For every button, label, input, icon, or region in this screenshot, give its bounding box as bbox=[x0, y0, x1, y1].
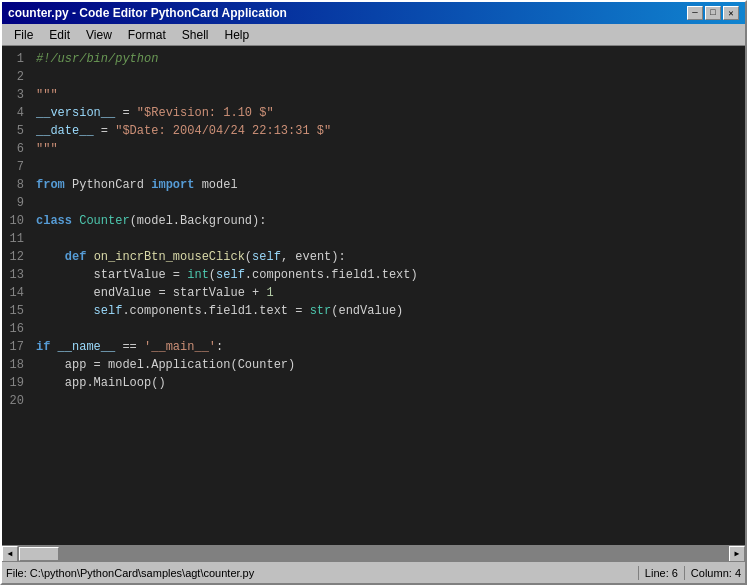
line-number: 7 bbox=[2, 158, 32, 176]
line-content: __version__ = "$Revision: 1.10 $" bbox=[32, 104, 274, 122]
line-number: 8 bbox=[2, 176, 32, 194]
line-content: app = model.Application(Counter) bbox=[32, 356, 295, 374]
table-row: 18 app = model.Application(Counter) bbox=[2, 356, 745, 374]
horizontal-scrollbar[interactable]: ◀ ▶ bbox=[2, 545, 745, 561]
table-row: 17 if __name__ == '__main__': bbox=[2, 338, 745, 356]
minimize-button[interactable]: ─ bbox=[687, 6, 703, 20]
line-number: 11 bbox=[2, 230, 32, 248]
line-content bbox=[32, 392, 36, 410]
line-content bbox=[32, 194, 36, 212]
table-row: 13 startValue = int(self.components.fiel… bbox=[2, 266, 745, 284]
status-divider-2 bbox=[684, 566, 685, 580]
scroll-thumb[interactable] bbox=[19, 547, 59, 561]
table-row: 1 #!/usr/bin/python bbox=[2, 50, 745, 68]
editor-area[interactable]: 1 #!/usr/bin/python 2 3 """ 4 __version_… bbox=[2, 46, 745, 561]
table-row: 20 bbox=[2, 392, 745, 410]
table-row: 5 __date__ = "$Date: 2004/04/24 22:13:31… bbox=[2, 122, 745, 140]
title-bar: counter.py - Code Editor PythonCard Appl… bbox=[2, 2, 745, 24]
menu-edit[interactable]: Edit bbox=[41, 24, 78, 45]
line-number: 1 bbox=[2, 50, 32, 68]
line-content: """ bbox=[32, 86, 58, 104]
line-content bbox=[32, 158, 36, 176]
line-number: 6 bbox=[2, 140, 32, 158]
menu-shell[interactable]: Shell bbox=[174, 24, 217, 45]
table-row: 4 __version__ = "$Revision: 1.10 $" bbox=[2, 104, 745, 122]
window-title: counter.py - Code Editor PythonCard Appl… bbox=[8, 6, 287, 20]
scroll-track[interactable] bbox=[18, 546, 729, 562]
line-content: from PythonCard import model bbox=[32, 176, 238, 194]
menu-bar: File Edit View Format Shell Help bbox=[2, 24, 745, 46]
line-number: 14 bbox=[2, 284, 32, 302]
line-content: self.components.field1.text = str(endVal… bbox=[32, 302, 403, 320]
table-row: 8 from PythonCard import model bbox=[2, 176, 745, 194]
line-content bbox=[32, 320, 36, 338]
menu-file[interactable]: File bbox=[6, 24, 41, 45]
menu-help[interactable]: Help bbox=[217, 24, 258, 45]
table-row: 6 """ bbox=[2, 140, 745, 158]
table-row: 16 bbox=[2, 320, 745, 338]
line-number: 3 bbox=[2, 86, 32, 104]
table-row: 10 class Counter(model.Background): bbox=[2, 212, 745, 230]
table-row: 11 bbox=[2, 230, 745, 248]
scroll-right-button[interactable]: ▶ bbox=[729, 546, 745, 562]
line-content: if __name__ == '__main__': bbox=[32, 338, 223, 356]
line-number: 17 bbox=[2, 338, 32, 356]
line-number: 16 bbox=[2, 320, 32, 338]
line-number: 19 bbox=[2, 374, 32, 392]
line-number: 13 bbox=[2, 266, 32, 284]
status-divider bbox=[638, 566, 639, 580]
table-row: 9 bbox=[2, 194, 745, 212]
line-content: def on_incrBtn_mouseClick(self, event): bbox=[32, 248, 346, 266]
line-number: 4 bbox=[2, 104, 32, 122]
menu-view[interactable]: View bbox=[78, 24, 120, 45]
status-bar: File: C:\python\PythonCard\samples\agt\c… bbox=[2, 561, 745, 583]
maximize-button[interactable]: □ bbox=[705, 6, 721, 20]
line-number: 12 bbox=[2, 248, 32, 266]
table-row: 7 bbox=[2, 158, 745, 176]
line-content bbox=[32, 68, 36, 86]
line-content: app.MainLoop() bbox=[32, 374, 166, 392]
table-row: 14 endValue = startValue + 1 bbox=[2, 284, 745, 302]
line-number: 10 bbox=[2, 212, 32, 230]
table-row: 15 self.components.field1.text = str(end… bbox=[2, 302, 745, 320]
window-controls: ─ □ ✕ bbox=[687, 6, 739, 20]
line-content bbox=[32, 230, 36, 248]
line-content: class Counter(model.Background): bbox=[32, 212, 266, 230]
line-content: __date__ = "$Date: 2004/04/24 22:13:31 $… bbox=[32, 122, 331, 140]
line-content: startValue = int(self.components.field1.… bbox=[32, 266, 418, 284]
line-number: 18 bbox=[2, 356, 32, 374]
line-number: 20 bbox=[2, 392, 32, 410]
line-content: """ bbox=[32, 140, 58, 158]
table-row: 3 """ bbox=[2, 86, 745, 104]
table-row: 2 bbox=[2, 68, 745, 86]
line-content: #!/usr/bin/python bbox=[32, 50, 158, 68]
status-column: Column: 4 bbox=[691, 567, 741, 579]
table-row: 19 app.MainLoop() bbox=[2, 374, 745, 392]
menu-format[interactable]: Format bbox=[120, 24, 174, 45]
status-line: Line: 6 bbox=[645, 567, 678, 579]
line-number: 5 bbox=[2, 122, 32, 140]
code-container[interactable]: 1 #!/usr/bin/python 2 3 """ 4 __version_… bbox=[2, 46, 745, 545]
table-row: 12 def on_incrBtn_mouseClick(self, event… bbox=[2, 248, 745, 266]
scroll-left-button[interactable]: ◀ bbox=[2, 546, 18, 562]
line-number: 15 bbox=[2, 302, 32, 320]
main-window: counter.py - Code Editor PythonCard Appl… bbox=[0, 0, 747, 585]
status-filepath: File: C:\python\PythonCard\samples\agt\c… bbox=[6, 567, 632, 579]
line-number: 2 bbox=[2, 68, 32, 86]
close-button[interactable]: ✕ bbox=[723, 6, 739, 20]
line-number: 9 bbox=[2, 194, 32, 212]
line-content: endValue = startValue + 1 bbox=[32, 284, 274, 302]
